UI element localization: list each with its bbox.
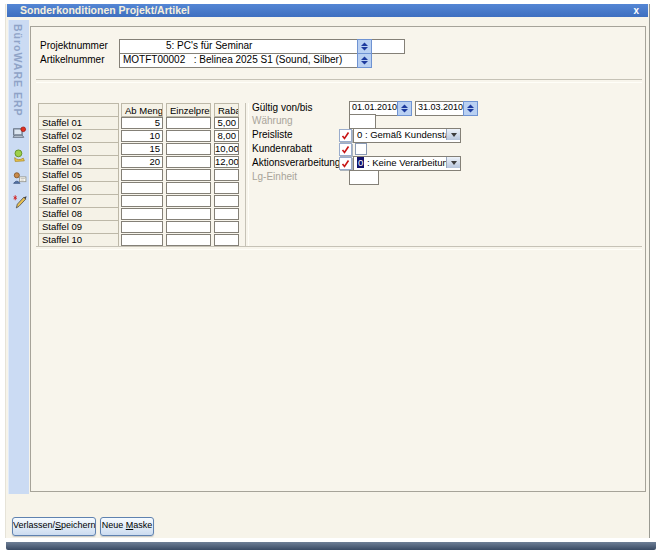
separator	[245, 103, 249, 246]
table-row: Staffel 09	[38, 220, 239, 234]
table-header-row: Ab Menge Einzelpreis Rabatt	[38, 103, 239, 117]
window-title: Sonderkonditionen Projekt/Artikel	[20, 4, 190, 16]
ab-menge-cell[interactable]	[121, 234, 163, 246]
artikelnummer-field[interactable]: MOTFT00002 : Belinea 2025 S1 (Sound, Sil…	[119, 53, 362, 68]
rabatt-cell[interactable]	[214, 234, 239, 246]
rabatt-cell[interactable]: 5,00	[214, 117, 239, 129]
rabatt-cell[interactable]	[214, 169, 239, 181]
kundenrabatt-check-icon[interactable]	[339, 143, 352, 156]
einzelpreis-cell[interactable]	[166, 234, 211, 246]
brand-label: BüroWARE ERP	[12, 24, 24, 117]
preisliste-check-icon[interactable]	[339, 129, 352, 142]
ab-menge-cell[interactable]: 15	[121, 143, 163, 155]
lg-einheit-field[interactable]	[349, 170, 379, 185]
aktion-value: : Keine Verarbeitung	[364, 157, 453, 168]
button-label-part: peichern	[61, 520, 96, 530]
table-row: Staffel 07	[38, 194, 239, 208]
sidebar: BüroWARE ERP	[8, 20, 29, 494]
artikelnummer-code: MOTFT00002	[123, 54, 191, 65]
preisliste-dropdown[interactable]: 0 : Gemäß Kundenstamm	[353, 128, 461, 143]
table-row: Staffel 08	[38, 207, 239, 221]
projektnummer-value: 5: PC's für Seminar	[166, 40, 252, 51]
table-row: Staffel 05	[38, 168, 239, 182]
row-label: Staffel 05	[38, 168, 119, 182]
verlassen-speichern-button[interactable]: Verlassen/Speichern	[12, 517, 96, 536]
waehrung-field[interactable]	[349, 114, 376, 129]
einzelpreis-cell[interactable]	[166, 221, 211, 233]
contact-card-icon[interactable]	[12, 171, 27, 186]
gueltig-label: Gültig von/bis	[252, 101, 313, 114]
ab-menge-cell[interactable]: 10	[121, 130, 163, 142]
rabatt-cell[interactable]	[214, 221, 239, 233]
gueltig-bis-field[interactable]: 31.03.2010 /Mi	[415, 101, 467, 116]
screenshot-page: Sonderkonditionen Projekt/Artikel x Büro…	[0, 0, 656, 550]
gueltig-von-value: 01.01.2010 /Fr	[352, 102, 401, 112]
table-row: Staffel 04 20 12,00	[38, 155, 239, 169]
gueltig-bis-spinner[interactable]	[463, 101, 478, 116]
ab-menge-cell[interactable]: 20	[121, 156, 163, 168]
row-label: Staffel 09	[38, 220, 119, 234]
col-header-empty	[38, 103, 119, 117]
kundenrabatt-label: Kundenrabatt	[252, 142, 312, 155]
close-icon[interactable]: x	[633, 4, 639, 17]
ab-menge-cell[interactable]	[121, 169, 163, 181]
artikelnummer-spinner[interactable]	[357, 53, 372, 68]
computer-notes-icon[interactable]	[12, 125, 27, 140]
einzelpreis-cell[interactable]	[166, 195, 211, 207]
rabatt-cell[interactable]: 12,00	[214, 156, 239, 168]
chevron-down-icon[interactable]	[446, 129, 460, 140]
rabatt-cell[interactable]	[214, 208, 239, 220]
ab-menge-cell[interactable]	[121, 208, 163, 220]
table-row: Staffel 10	[38, 233, 239, 247]
ab-menge-cell[interactable]	[121, 195, 163, 207]
window-bottom-edge	[6, 542, 656, 550]
row-label: Staffel 03	[38, 142, 119, 156]
kundenrabatt-checkbox[interactable]	[355, 143, 367, 155]
col-header-rabatt: Rabatt	[214, 103, 239, 117]
col-header-einzelpreis: Einzelpreis	[166, 103, 211, 117]
einzelpreis-cell[interactable]	[166, 169, 211, 181]
separator	[36, 79, 642, 83]
neue-maske-button[interactable]: Neue Maske	[100, 517, 154, 536]
row-label: Staffel 08	[38, 207, 119, 221]
button-label-part: Neue	[102, 520, 126, 530]
row-label: Staffel 04	[38, 155, 119, 169]
chevron-down-icon[interactable]	[446, 157, 460, 168]
rabatt-cell[interactable]: 8,00	[214, 130, 239, 142]
gueltig-von-spinner[interactable]	[397, 101, 412, 116]
einzelpreis-cell[interactable]	[166, 182, 211, 194]
einzelpreis-cell[interactable]	[166, 156, 211, 168]
gueltig-bis-value: 31.03.2010 /Mi	[418, 102, 467, 112]
ab-menge-cell[interactable]	[121, 221, 163, 233]
einzelpreis-cell[interactable]	[166, 130, 211, 142]
content-panel	[30, 26, 646, 492]
button-label-part: Verlassen/	[13, 520, 55, 530]
aktion-dropdown[interactable]: 0 : Keine Verarbeitung	[353, 156, 461, 171]
row-label: Staffel 07	[38, 194, 119, 208]
col-header-ab-menge: Ab Menge	[121, 103, 163, 117]
table-row: Staffel 01 5 5,00	[38, 116, 239, 130]
einzelpreis-cell[interactable]	[166, 143, 211, 155]
table-row: Staffel 02 10 8,00	[38, 129, 239, 143]
rabatt-cell[interactable]: 10,00	[214, 143, 239, 155]
window-titlebar[interactable]: Sonderkonditionen Projekt/Artikel x	[7, 4, 648, 17]
waehrung-label: Währung	[252, 114, 293, 127]
aktion-check-icon[interactable]	[339, 157, 352, 170]
ab-menge-cell[interactable]: 5	[121, 117, 163, 129]
staffel-table: Ab Menge Einzelpreis Rabatt Staffel 01 5…	[38, 103, 239, 247]
rabatt-cell[interactable]	[214, 195, 239, 207]
aktion-label: Aktionsverarbeitung	[252, 156, 340, 169]
artikelnummer-label: Artikelnummer	[40, 53, 104, 66]
projektnummer-label: Projektnummer	[40, 39, 108, 52]
ab-menge-cell[interactable]	[121, 182, 163, 194]
einzelpreis-cell[interactable]	[166, 208, 211, 220]
artikelnummer-desc: : Belinea 2025 S1 (Sound, Silber)	[194, 54, 342, 65]
row-label: Staffel 02	[38, 129, 119, 143]
rabatt-cell[interactable]	[214, 182, 239, 194]
projektnummer-spinner[interactable]	[357, 39, 372, 54]
einzelpreis-cell[interactable]	[166, 117, 211, 129]
lg-einheit-label: Lg-Einheit	[252, 170, 297, 183]
signature-pen-icon[interactable]	[12, 194, 27, 209]
table-row: Staffel 03 15 10,00	[38, 142, 239, 156]
hand-item-icon[interactable]	[12, 148, 27, 163]
